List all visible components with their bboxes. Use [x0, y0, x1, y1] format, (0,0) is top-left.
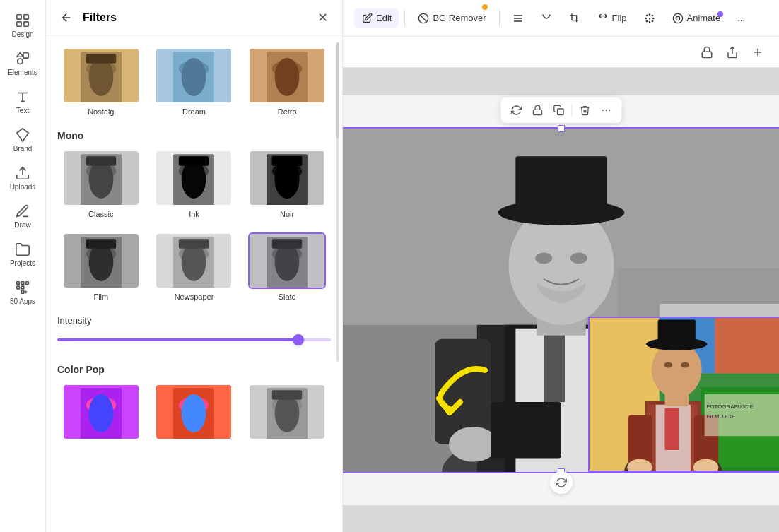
filter-dream-label: Dream: [182, 107, 206, 116]
filter-classic[interactable]: Classic: [57, 150, 145, 218]
lock-icon: [701, 46, 713, 59]
trash-icon: [579, 105, 590, 116]
svg-point-69: [646, 15, 647, 16]
filter-colorpop1[interactable]: [57, 384, 145, 444]
animate-icon: [672, 13, 684, 24]
add-button[interactable]: [748, 42, 768, 62]
svg-point-33: [182, 160, 206, 199]
animate-label: Animate: [687, 13, 721, 23]
svg-rect-11: [21, 291, 24, 294]
add-icon: [751, 46, 764, 59]
yellow-arrow-annotation[interactable]: [421, 356, 506, 430]
flip-icon: [597, 13, 609, 24]
svg-rect-8: [26, 282, 29, 285]
more-label: ...: [737, 13, 745, 23]
toolbar-divider-1: [404, 10, 405, 27]
edit-button[interactable]: Edit: [354, 8, 399, 28]
scroll-indicator: [336, 42, 339, 362]
lock-button[interactable]: [697, 42, 717, 62]
svg-rect-80: [702, 52, 712, 57]
grain-button[interactable]: [637, 8, 662, 28]
mono-filter-grid: Classic Ink: [57, 150, 331, 218]
filter-thumb-film[interactable]: [62, 232, 140, 289]
rotate-icon: [510, 105, 522, 116]
svg-point-62: [182, 394, 206, 432]
float-rotate-button[interactable]: [508, 102, 525, 119]
svg-point-78: [673, 13, 682, 23]
filter-thumb-retro[interactable]: [248, 47, 326, 104]
svg-point-127: [651, 342, 701, 398]
filter-noir[interactable]: Noir: [243, 150, 331, 218]
filter-thumb-noir[interactable]: [248, 150, 326, 206]
filter-thumb-colorpop2[interactable]: [155, 384, 233, 440]
sidebar-item-design[interactable]: Design: [3, 7, 42, 42]
filter-thumb-dream[interactable]: [155, 47, 233, 104]
sidebar-item-elements[interactable]: Elements: [3, 45, 42, 81]
filters-close-button[interactable]: ✕: [315, 8, 331, 27]
more-button[interactable]: ...: [730, 8, 752, 28]
animate-button[interactable]: Animate: [665, 8, 728, 28]
filter-thumb-colorpop1[interactable]: [62, 384, 140, 440]
svg-point-107: [535, 252, 552, 264]
sidebar-item-uploads[interactable]: Uploads: [3, 160, 42, 195]
float-more-button[interactable]: [597, 102, 614, 119]
float-delete-button[interactable]: [576, 102, 593, 119]
curve-button[interactable]: [534, 8, 559, 28]
svg-point-75: [646, 20, 647, 21]
flip-button[interactable]: Flip: [590, 8, 634, 28]
filters-back-button[interactable]: [57, 8, 76, 27]
filter-slate[interactable]: Slate: [243, 232, 331, 301]
thumbnail-overlay[interactable]: FOTOGRAFUJCIE FILMUJCIE: [588, 317, 780, 472]
share-icon: [726, 46, 739, 59]
filter-thumb-classic[interactable]: [62, 150, 140, 206]
filter-colorpop3[interactable]: [243, 384, 331, 444]
float-copy-button[interactable]: [550, 102, 567, 119]
sidebar-item-draw[interactable]: Draw: [3, 198, 42, 233]
filter-retro[interactable]: Retro: [243, 47, 331, 116]
canvas-image-container[interactable]: FOTOGRAFUJCIE FILMUJCIE: [343, 127, 779, 473]
float-lock-button[interactable]: [529, 102, 546, 119]
svg-point-76: [649, 21, 650, 22]
bg-remover-button[interactable]: BG Remover: [411, 8, 493, 28]
filter-film[interactable]: Film: [57, 232, 145, 301]
refresh-button[interactable]: [550, 471, 573, 494]
colorpop-section-title: Color Pop: [57, 364, 331, 375]
filters-scroll-area[interactable]: Nostalg Dream: [46, 36, 342, 532]
filter-thumb-ink[interactable]: [155, 150, 233, 206]
sidebar-item-uploads-label: Uploads: [10, 183, 36, 191]
sidebar-item-design-label: Design: [11, 30, 33, 38]
filter-thumb-colorpop3[interactable]: [248, 384, 326, 440]
sidebar-item-text[interactable]: Text: [3, 83, 42, 119]
filter-nostalg-label: Nostalg: [88, 107, 114, 116]
filter-colorpop2[interactable]: [151, 384, 238, 444]
lines-icon: [512, 13, 524, 24]
svg-rect-10: [21, 286, 24, 289]
lines-button[interactable]: [505, 8, 531, 28]
share-button[interactable]: [722, 42, 742, 62]
canvas-wrapper[interactable]: FOTOGRAFUJCIE FILMUJCIE: [343, 68, 779, 532]
svg-rect-2: [17, 22, 21, 26]
bg-remover-badge: [482, 4, 488, 10]
filter-thumb-nostalg[interactable]: [62, 47, 140, 104]
filter-newspaper[interactable]: Newspaper: [151, 232, 238, 301]
filters-title: Filters: [83, 11, 308, 24]
svg-rect-1: [24, 15, 28, 19]
filter-classic-label: Classic: [88, 210, 113, 218]
filter-dream[interactable]: Dream: [151, 47, 238, 116]
filter-nostalg[interactable]: Nostalg: [57, 47, 145, 116]
sidebar-item-projects[interactable]: Projects: [3, 236, 42, 271]
sidebar-item-brand[interactable]: Brand: [3, 122, 42, 157]
filter-thumb-slate[interactable]: [248, 232, 326, 289]
svg-point-43: [88, 243, 113, 281]
sidebar-item-apps[interactable]: 80 Apps: [3, 274, 42, 309]
crop-button[interactable]: [562, 8, 587, 28]
bg-remover-icon: [418, 13, 429, 24]
filter-thumb-newspaper[interactable]: [155, 232, 233, 289]
filter-ink[interactable]: Ink: [151, 150, 238, 218]
svg-rect-7: [21, 282, 24, 285]
svg-point-71: [652, 15, 652, 16]
svg-rect-122: [628, 415, 652, 463]
top-toolbar: Edit BG Remover: [343, 0, 779, 37]
filters-panel: Filters ✕ Nostalg: [46, 0, 343, 532]
handle-top-middle[interactable]: [558, 125, 565, 132]
